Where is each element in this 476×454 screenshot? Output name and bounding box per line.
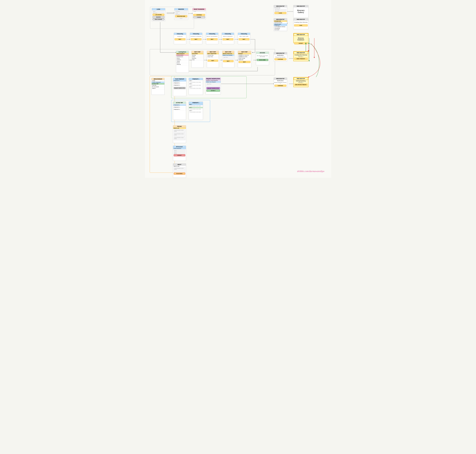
web-desktop-creating-card: WEB DESKTOP Creating New Itinerary SAVE	[293, 18, 309, 29]
cancel-btn[interactable]: CANCEL	[193, 16, 205, 18]
fullname-field[interactable]: Full Name	[175, 11, 187, 12]
onboarding-2-btn[interactable]: NEXT	[191, 38, 202, 40]
active-day3-placeholder: *YOUR WORDS GOES HERE	[189, 111, 203, 113]
active-itinerary1[interactable]: ITINERARY 1	[173, 104, 186, 106]
day2-row: DAY 2	[189, 83, 203, 85]
wd-password-field[interactable]: Password	[274, 10, 286, 12]
wd-username-field[interactable]: User Name	[274, 9, 286, 10]
wd-account-item[interactable]: ACCOUNT	[274, 29, 287, 31]
price-list-label: PRICE LIST	[173, 128, 186, 129]
reg-email-field[interactable]: Email	[175, 12, 187, 13]
active-trip-menu-item[interactable]: ACTIVE TRIP	[151, 83, 164, 85]
password-field[interactable]: Password	[152, 12, 164, 13]
day1-placeholder: *YOUR WORDS GOES HERE	[189, 82, 203, 83]
wd-notif-mod-content: Request Modification Itinerary 1	[274, 82, 287, 84]
occasion-label: OCCASION	[191, 53, 203, 54]
wd-customers-status-item[interactable]: CUSTOMERS' STATUS	[274, 26, 287, 28]
onboarding-4-btn[interactable]: NEXT	[222, 38, 233, 40]
entertainment-item: Entertainment	[176, 56, 189, 58]
onboarding-4-title: Onboarding	[222, 33, 234, 35]
wd-send-itinerary-btn[interactable]: SEND ITINERARY	[294, 58, 308, 60]
active-it-btn[interactable]: ACTIVE IT	[206, 90, 220, 92]
active-trip-title: ACTIVE TRIP	[173, 102, 186, 104]
phone-field[interactable]: Phone	[174, 153, 185, 154]
relaxing-item: Relaxing	[176, 64, 189, 65]
define-activities-item: Define Your Activities	[222, 54, 234, 56]
reset-password-link-btn[interactable]: RESET PASSWORD	[152, 18, 164, 20]
wd-login-btn[interactable]: LOGIN	[274, 12, 286, 14]
wd-notif-mod-continue-btn[interactable]: CONTINUE	[274, 85, 286, 87]
wd-login-title: WEB DESKTOP	[274, 5, 287, 7]
my-account-card: MY Account YOUR PROFILE Name Email Phone…	[173, 146, 186, 161]
active-itinerary3[interactable]: ITINERARY 3	[173, 109, 186, 110]
about-menu-item[interactable]: ABOUT	[151, 88, 164, 89]
landing-card: Landing/Home MENU/SIDEBAR CATEGORIES Ent…	[176, 51, 189, 73]
back-home-btn[interactable]: BACK HOME	[257, 59, 268, 61]
day1-row: DAY 1	[189, 80, 203, 82]
wd-send-updated-btn[interactable]: SEND UPDATED ITINERARY	[294, 84, 308, 86]
active-day1-row: DAY 1	[189, 104, 203, 105]
register-now-btn[interactable]: REGISTER NOW	[175, 15, 187, 17]
your-itinerary-title: YOUR ITINERARY	[173, 78, 186, 80]
pricing-field3: YOUR WORDS GOES HERE	[174, 137, 185, 140]
wd-creating-content: Creating New Itinerary	[294, 21, 308, 24]
request-mod-btn[interactable]: REQUEST MODIFICATION	[174, 87, 186, 89]
wd-itinerary-db-card: WEB DESKTOP Itinerary Database EXPORT	[293, 33, 309, 43]
start-from-item: START FROM	[238, 58, 251, 59]
home-menu-item[interactable]: HOME	[151, 80, 164, 82]
wd-dashboard-sub: DASHBOARD	[274, 21, 287, 22]
email-field[interactable]: Email	[152, 11, 164, 12]
itinerary3-item[interactable]: ITINERARY 3	[173, 84, 186, 86]
continue-btn[interactable]: CONTINUE	[193, 14, 205, 16]
reset-email-field[interactable]: Email	[193, 11, 205, 12]
login-now-btn[interactable]: LOG IN NOW	[152, 14, 164, 16]
next-step-3-title: NEXT STEP	[222, 51, 234, 53]
onboarding-3-btn[interactable]: NEXT	[207, 38, 218, 40]
req-mod-field[interactable]: Type Here...	[206, 83, 220, 87]
account-email-field[interactable]: Email	[174, 151, 185, 152]
your-profile-label: YOUR PROFILE	[173, 148, 186, 149]
categories-item: CATEGORIES	[176, 54, 189, 56]
onboarding-5-btn[interactable]: NEXT	[239, 38, 249, 40]
my-account-menu-item[interactable]: MY ACCOUNT	[151, 86, 164, 88]
num-adults-item: NUMBER OF ADULTS	[238, 54, 251, 56]
wd-creating2-content: Itinerary 1	[294, 56, 308, 57]
birthday-item: Birthday	[191, 54, 203, 56]
next-step-1-title: NEXT STEP	[191, 51, 203, 53]
budget-item: BUDGET	[238, 53, 251, 54]
login-title: LOGIN	[152, 8, 165, 10]
login-link[interactable]: Log In	[175, 18, 187, 19]
social-media-btn[interactable]: Social Media	[174, 173, 185, 174]
wd-db-content: Itinerary Database	[294, 36, 308, 42]
itinerary2-item[interactable]: ITINERARY 2	[173, 82, 186, 84]
wd-notif-new-card: WEB DESKTOP Notification Request New Iti…	[274, 52, 287, 61]
wd-notif-mod-sub: Notification	[274, 80, 287, 82]
wd-save-btn[interactable]: SAVE	[294, 24, 308, 26]
outdoors-item: Outdoors	[176, 59, 189, 61]
next-step-3-btn[interactable]: NEXT	[223, 60, 234, 62]
next-step-4-btn[interactable]: NEXT	[239, 61, 250, 63]
your-itinerary-menu-item[interactable]: YOUR ITINERARY	[151, 82, 164, 83]
onboarding-1-btn[interactable]: NEXT	[174, 38, 185, 40]
active-itinerary2[interactable]: ITINERARY 2	[173, 106, 186, 108]
req-mod-submit-btn[interactable]: REQUEST MODIFICATION	[206, 87, 220, 89]
reg-pass-field[interactable]: Password	[175, 14, 187, 15]
wd-gallery-title: WEB DESKTOP	[294, 5, 308, 7]
next-step-2-btn[interactable]: NEXT	[208, 60, 218, 62]
web-desktop-gallery-card: WEB DESKTOP Itinerary Gallery	[293, 5, 309, 18]
wd-notifications-item[interactable]: NOTIFICATIONS	[274, 22, 287, 23]
register-link-btn[interactable]: REGISTER	[152, 16, 164, 18]
wd-notif-continue-btn[interactable]: CONTINUE	[274, 58, 286, 60]
type-here-field[interactable]: Type Here...	[223, 56, 234, 60]
choose-date-item: Choose Date	[207, 54, 219, 56]
itinerary1-item[interactable]: ITINERARY 1	[173, 80, 186, 82]
about-title: ABOUT	[173, 164, 186, 166]
wd-export-btn[interactable]: EXPORT	[294, 42, 308, 44]
onboarding-2-title: Onboarding	[190, 33, 202, 35]
wd-create-itinerary-item[interactable]: CREATE NEW ITINERARY	[274, 23, 287, 26]
name-field[interactable]: Name	[174, 150, 185, 151]
about-content-field: YOUR WORDS GOES HERE	[174, 167, 185, 172]
pricing-menu-item[interactable]: PRICING	[151, 85, 164, 86]
wd-calendar-item[interactable]: CALENDAR	[274, 28, 287, 29]
logout-btn[interactable]: LOGOUT	[174, 154, 185, 156]
